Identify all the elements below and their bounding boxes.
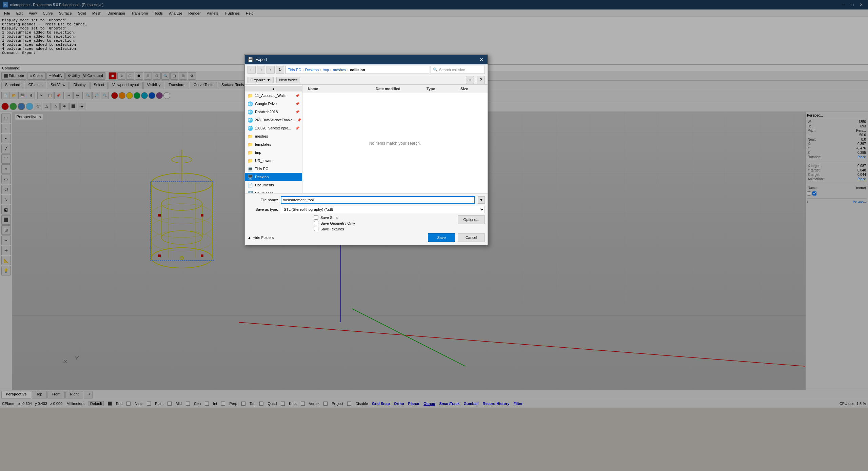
save-button[interactable]: Save xyxy=(428,233,455,242)
empty-message: No items match your search. xyxy=(369,141,421,146)
nav-item-meshes[interactable]: 📁 meshes xyxy=(245,132,302,140)
nav-forward-button[interactable]: → xyxy=(257,66,265,74)
nav-item-acoustic[interactable]: 📁 11_Acoustic_Walls 📌 xyxy=(245,91,302,100)
dialog-right-panel: Name Date modified Type Size No items ma… xyxy=(302,85,488,193)
nav-item-templates[interactable]: 📁 templates xyxy=(245,140,302,148)
save-textures-label: Save Textures xyxy=(320,227,344,231)
nav-item-desktop[interactable]: 🖥️ Desktop xyxy=(245,173,302,181)
pc-icon: 💻 xyxy=(248,166,253,171)
desktop-icon: 🖥️ xyxy=(248,174,253,180)
col-header-type[interactable]: Type xyxy=(424,86,458,91)
savetype-row: Save as type: STL (Stereolithography) (*… xyxy=(248,206,485,213)
dialog-nav-toolbar: ← → ↑ ↻ This PC › Desktop › tmp › meshes… xyxy=(245,64,488,75)
col-header-size[interactable]: Size xyxy=(458,86,485,91)
folder-icon-2: 📁 xyxy=(248,134,253,139)
cloud-icon: 🌐 xyxy=(248,101,253,106)
view-toggle-button[interactable]: ≡ xyxy=(466,76,474,84)
search-icon: 🔍 xyxy=(433,67,438,72)
save-geometry-label: Save Geometry Only xyxy=(320,221,355,225)
save-textures-check[interactable] xyxy=(314,227,318,231)
hide-folders-label: Hide Folders xyxy=(253,236,274,240)
check-save-textures: Save Textures xyxy=(314,227,355,231)
dialog-left-panel: ▲ 📁 11_Acoustic_Walls 📌 🌐 Google Drive 📌… xyxy=(245,85,302,193)
breadcrumb-bar[interactable]: This PC › Desktop › tmp › meshes › colli… xyxy=(285,66,429,74)
organize-button[interactable]: Organize ▼ xyxy=(248,77,274,83)
breadcrumb-sep-1: › xyxy=(302,68,304,72)
col-header-date[interactable]: Date modified xyxy=(373,86,424,91)
dialog-icon: 💾 xyxy=(248,57,253,62)
dialog-close-button[interactable]: ✕ xyxy=(478,56,485,63)
nav-item-gdrive[interactable]: 🌐 Google Drive 📌 xyxy=(245,100,302,108)
hide-folders-button[interactable]: ▲ Hide Folders xyxy=(248,236,274,240)
dialog-title: Export xyxy=(255,57,267,62)
savetype-label: Save as type: xyxy=(248,207,278,211)
col-header-name[interactable]: Name xyxy=(305,86,373,91)
export-dialog: 💾 Export ✕ ← → ↑ ↻ This PC › Desktop › t… xyxy=(244,54,488,245)
cloud-icon-2: 🌐 xyxy=(248,109,253,115)
dialog-action-buttons: Save Cancel xyxy=(428,233,485,242)
breadcrumb-sep-2: › xyxy=(320,68,321,72)
breadcrumb-meshes[interactable]: meshes xyxy=(333,68,346,72)
cancel-button[interactable]: Cancel xyxy=(458,233,485,242)
filename-dropdown[interactable]: ▼ xyxy=(478,196,485,204)
nav-item-thispc[interactable]: 💻 This PC xyxy=(245,165,302,173)
dialog-bottom: File name: ▼ Save as type: STL (Stereoli… xyxy=(245,193,488,245)
check-save-small: Save Small xyxy=(314,215,355,220)
help-button[interactable]: ? xyxy=(477,76,485,84)
nav-up-button[interactable]: ↑ xyxy=(267,66,275,74)
downloads-icon: ⬇️ xyxy=(248,190,253,193)
cloud-icon-3: 🌐 xyxy=(248,117,253,123)
breadcrumb-collision: collision xyxy=(350,68,365,72)
filename-row: File name: ▼ xyxy=(248,196,485,204)
dialog-titlebar: 💾 Export ✕ xyxy=(245,55,488,64)
file-list-body: No items match your search. xyxy=(302,93,488,193)
nav-back-button[interactable]: ← xyxy=(248,66,256,74)
nav-item-248[interactable]: 🌐 248_DataScienceEnable... 📌 xyxy=(245,116,302,124)
folder-icon-3: 📁 xyxy=(248,142,253,147)
save-small-label: Save Small xyxy=(320,216,339,220)
nav-item-documents[interactable]: 📄 Documents xyxy=(245,181,302,189)
cloud-icon-4: 🌐 xyxy=(248,125,253,131)
nav-item-tmp[interactable]: 📁 tmp xyxy=(245,148,302,157)
options-button[interactable]: Options... xyxy=(458,215,485,224)
search-placeholder: Search collision xyxy=(439,68,465,72)
check-save-geometry: Save Geometry Only xyxy=(314,221,355,225)
save-checkboxes: Save Small Save Geometry Only Save Textu… xyxy=(314,215,355,231)
folder-icon-4: 📁 xyxy=(248,150,253,155)
breadcrumb-this-pc[interactable]: This PC xyxy=(288,68,301,72)
nav-item-robarch[interactable]: 🌐 RobArch2018 📌 xyxy=(245,108,302,116)
save-geometry-check[interactable] xyxy=(314,221,318,225)
dialog-organizer-toolbar: Organize ▼ New folder ≡ ? xyxy=(245,75,488,85)
nav-scroll-up[interactable]: ▲ xyxy=(245,86,302,91)
nav-item-urtower[interactable]: 📁 UR_tower xyxy=(245,157,302,165)
folder-icon: 📁 xyxy=(248,93,253,98)
options-row: Save Small Save Geometry Only Save Textu… xyxy=(248,215,485,231)
savetype-select[interactable]: STL (Stereolithography) (*.stl) xyxy=(281,206,485,213)
nav-refresh-button[interactable]: ↻ xyxy=(276,66,284,74)
hide-folders-icon: ▲ xyxy=(248,236,251,240)
filename-label: File name: xyxy=(248,198,278,202)
breadcrumb-tmp[interactable]: tmp xyxy=(323,68,329,72)
search-box: 🔍 Search collision xyxy=(431,66,485,74)
dialog-main-content: ▲ 📁 11_Acoustic_Walls 📌 🌐 Google Drive 📌… xyxy=(245,85,488,193)
filename-input[interactable] xyxy=(281,196,475,204)
save-small-check[interactable] xyxy=(314,215,318,220)
breadcrumb-desktop[interactable]: Desktop xyxy=(305,68,319,72)
documents-icon: 📄 xyxy=(248,182,253,188)
folder-icon-5: 📁 xyxy=(248,158,253,163)
nav-item-180320[interactable]: 🌐 180320_Sandsteinpro... 📌 xyxy=(245,124,302,132)
breadcrumb-sep-3: › xyxy=(330,68,332,72)
new-folder-button[interactable]: New folder xyxy=(276,77,300,83)
breadcrumb-sep-4: › xyxy=(347,68,349,72)
nav-item-downloads[interactable]: ⬇️ Downloads xyxy=(245,189,302,193)
dialog-buttons-row: ▲ Hide Folders Save Cancel xyxy=(248,233,485,242)
file-list-header: Name Date modified Type Size xyxy=(302,85,488,93)
